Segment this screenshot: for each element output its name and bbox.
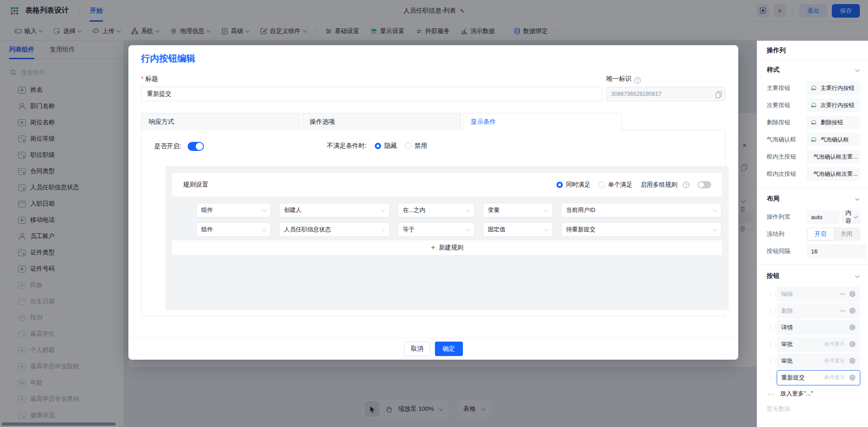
rule-value-select[interactable]: 当前用户ID — [561, 203, 722, 217]
chevron-down-icon — [381, 207, 386, 212]
chevron-down-icon — [262, 227, 267, 231]
drag-handle-icon[interactable]: ⋮⋮ — [768, 325, 775, 330]
button-card[interactable]: 重新提交 条件显示 — [777, 370, 860, 385]
style-row: 气泡确认框 气泡确认框 — [757, 131, 868, 148]
style-select-pop-secondary[interactable]: 气泡确认框次要... — [807, 167, 860, 181]
button-row-approve: ⋮⋮ 审批 条件显示 — [757, 352, 868, 369]
chevron-down-icon — [713, 207, 717, 212]
tab-action-options[interactable]: 操作选项 — [302, 113, 461, 130]
option-match-any[interactable]: 单个满足 — [599, 181, 632, 189]
button-row-approve: ⋮⋮ 审批 条件显示 — [757, 336, 868, 352]
rule-operator-select[interactable]: 等于 — [398, 222, 475, 237]
rule-field-select[interactable]: 人员任职信息状态 — [279, 222, 390, 237]
display-condition-panel: 是否开启: 不满足条件时: 隐藏 禁用 规则设置 同时满足 单个满足 启用多组规… — [141, 130, 726, 316]
chevron-down-icon — [466, 227, 471, 231]
rule-operator-select[interactable]: 在...之内 — [398, 203, 475, 217]
button-row-delete: ⋮⋮ 删除 — [757, 302, 868, 319]
dialog-tabs: 响应方式 操作选项 显示条件 — [141, 113, 726, 130]
style-select-secondary[interactable]: 次要行内按钮 — [807, 99, 860, 112]
tab-display-condition[interactable]: 显示条件 — [463, 113, 622, 130]
gear-icon[interactable] — [849, 357, 856, 364]
theme-component-icon — [810, 136, 817, 143]
column-width-input[interactable] — [807, 210, 840, 224]
cancel-button[interactable]: 取消 — [404, 342, 430, 356]
button-row-detail: ⋮⋮ 详情 — [757, 319, 868, 336]
rule-field-select[interactable]: 创建人 — [279, 203, 390, 217]
delete-rule-button[interactable] — [739, 206, 746, 215]
condition-badge: 条件显示 — [824, 357, 845, 364]
title-field-label: *标题 — [141, 75, 158, 83]
button-card[interactable]: 审批 条件显示 — [777, 353, 860, 369]
button-card[interactable]: 删除 — [777, 303, 860, 319]
gear-icon[interactable] — [849, 341, 856, 347]
unique-id-field: 3086736528280817 — [606, 87, 726, 101]
confirm-button[interactable]: 确定 — [435, 342, 463, 356]
button-title-input[interactable] — [141, 87, 602, 101]
rule-row: 组件 创建人 在...之内 变量 当前用户ID — [196, 203, 746, 217]
unique-id-label: 唯一标识? — [606, 75, 641, 84]
style-row: 主要按钮 主要行内按钮 — [757, 80, 868, 97]
drag-handle-icon[interactable]: ⋮⋮ — [768, 342, 775, 347]
drag-handle-icon[interactable]: ⋮⋮ — [768, 291, 775, 296]
chevron-down-icon — [855, 67, 860, 72]
add-rule-button[interactable]: + 新建规则 — [172, 240, 722, 255]
multi-group-toggle[interactable] — [698, 181, 711, 188]
enabled-toggle[interactable] — [188, 142, 204, 151]
chevron-down-icon — [855, 273, 860, 278]
button-card[interactable]: 审批 条件显示 — [777, 337, 860, 352]
gear-icon[interactable] — [849, 291, 856, 297]
freeze-on-option[interactable]: 开启 — [807, 228, 834, 240]
button-card[interactable]: 编辑 — [777, 286, 860, 302]
rule-valuetype-select[interactable]: 变量 — [483, 203, 553, 217]
section-layout[interactable]: 布局 — [757, 189, 868, 208]
tab-response-mode[interactable]: 响应方式 — [141, 113, 300, 130]
condition-fail-label: 不满足条件时: — [327, 142, 367, 150]
help-icon[interactable]: ? — [634, 77, 641, 84]
style-row: 删除按钮 删除按钮 — [757, 114, 868, 131]
theme-component-icon — [810, 102, 817, 109]
delete-rule-button[interactable] — [739, 225, 746, 234]
rule-valuetype-select[interactable]: 固定值 — [483, 222, 553, 237]
button-gap-input[interactable] — [807, 244, 867, 258]
radio-selected-icon — [557, 182, 563, 188]
rule-type-select[interactable]: 组件 — [196, 203, 271, 217]
empty-data-label: 暂无数据 — [757, 401, 868, 413]
rule-type-select[interactable]: 组件 — [196, 222, 271, 237]
width-mode-select[interactable]: 内容 — [842, 210, 861, 224]
multi-group-label: 启用多组规则? — [641, 181, 689, 189]
help-icon[interactable]: ? — [683, 182, 689, 188]
gear-icon[interactable] — [849, 374, 856, 381]
chevron-down-icon — [855, 196, 860, 201]
drag-handle-icon[interactable]: ⋮⋮ — [768, 375, 775, 380]
style-select-popconfirm[interactable]: 气泡确认框 — [807, 133, 860, 146]
plus-icon: + — [431, 244, 435, 252]
button-gap-row: 按钮间隔 — [757, 243, 868, 260]
section-style[interactable]: 样式 — [757, 61, 868, 80]
rule-value-select[interactable]: 待重新提交 — [561, 222, 722, 237]
gear-icon[interactable] — [849, 307, 856, 314]
freeze-off-option[interactable]: 关闭 — [834, 228, 860, 240]
section-buttons[interactable]: 按钮 — [757, 267, 868, 286]
style-select-delete[interactable]: 删除按钮 — [807, 116, 860, 129]
style-select-pop-primary[interactable]: 气泡确认框主要... — [807, 150, 860, 164]
drag-handle-icon[interactable]: ⋮⋮ — [768, 308, 775, 313]
chevron-down-icon — [544, 227, 549, 231]
dialog-title: 行内按钮编辑 — [141, 52, 195, 65]
rules-header: 规则设置 — [183, 181, 208, 189]
freeze-column-row: 冻结列 开启 关闭 — [757, 225, 868, 243]
option-hide[interactable]: 隐藏 — [375, 142, 397, 150]
gear-icon[interactable] — [849, 324, 856, 331]
button-card[interactable]: 详情 — [777, 320, 860, 335]
put-into-more-row[interactable]: ··· 放入更多"..." — [757, 386, 868, 401]
unique-id-value: 3086736528280817 — [611, 91, 661, 97]
option-disable[interactable]: 禁用 — [405, 142, 427, 150]
theme-component-icon — [810, 119, 817, 126]
copy-icon[interactable] — [716, 91, 721, 97]
style-select-primary[interactable]: 主要行内按钮 — [807, 81, 860, 95]
chevron-down-icon — [262, 207, 267, 212]
freeze-segmented-control: 开启 关闭 — [807, 227, 860, 241]
option-match-all[interactable]: 同时满足 — [557, 181, 590, 189]
drag-handle-icon[interactable]: ⋮⋮ — [768, 358, 775, 363]
panel-header: 操作列 — [757, 41, 868, 61]
condition-badge: 条件显示 — [824, 374, 845, 381]
